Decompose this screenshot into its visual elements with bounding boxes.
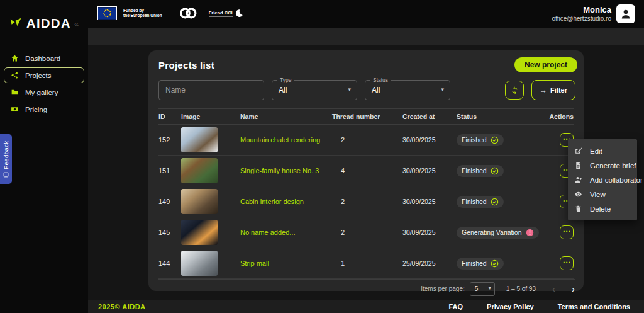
friend-cci-label: Friend CCI (209, 10, 233, 17)
pagination-range: 1 – 5 of 93 (506, 285, 536, 292)
person-icon (619, 8, 632, 20)
menu-item-edit[interactable]: Edit (568, 144, 637, 158)
page-title: Projects list (158, 60, 214, 71)
edit-icon (574, 147, 582, 155)
app-logo: AIDDA (10, 16, 71, 31)
previous-page-button[interactable]: ‹ (552, 284, 555, 293)
cci-rings-icon (177, 6, 199, 20)
cell-thread-number: 2 (332, 136, 402, 144)
cell-thread-number: 1 (332, 259, 402, 267)
project-thumbnail[interactable] (181, 158, 218, 183)
project-thumbnail[interactable] (181, 220, 218, 245)
menu-item-label: Add collaborator (590, 176, 643, 184)
project-name-link[interactable]: Single-family house No. 3 (240, 167, 319, 174)
view-icon (574, 190, 582, 198)
status-filter-select[interactable]: Status All ▾ (365, 80, 450, 100)
aidda-logo-icon (10, 18, 23, 30)
projects-icon (11, 71, 19, 79)
new-project-button[interactable]: New project (514, 57, 577, 72)
cell-created-at: 30/09/2025 (402, 167, 457, 174)
check-circle-icon (491, 198, 499, 206)
items-per-page-select[interactable]: 5 ▾ (470, 282, 495, 296)
user-avatar[interactable] (616, 4, 635, 23)
menu-item-label: Generate brief (590, 162, 636, 169)
footer-link-faq[interactable]: FAQ (448, 303, 463, 310)
refresh-icon (510, 86, 519, 95)
sidebar-nav: Dashboard Projects My gallery Pricing (4, 50, 84, 117)
row-actions-button[interactable]: ⋯ (560, 225, 574, 239)
add-collaborator-icon (574, 176, 582, 184)
user-name: Monica (552, 5, 611, 14)
feedback-tab[interactable]: Feedback (0, 134, 12, 184)
top-header-bar: Funded by the European Union Friend CCI … (0, 0, 644, 28)
table-row: 144 Strip mall 1 25/09/2025 Finished ⋯ (158, 248, 574, 279)
menu-item-view[interactable]: View (568, 187, 637, 202)
filter-button[interactable]: → Filter (531, 80, 575, 100)
cell-thread-number: 2 (332, 198, 402, 205)
gallery-icon (11, 88, 19, 96)
name-filter-input[interactable] (158, 80, 264, 100)
sidebar-collapse-icon[interactable]: « (74, 19, 79, 28)
row-actions-context-menu: Edit Generate brief Add collaborator Vie… (568, 139, 637, 220)
app-logo-text: AIDDA (26, 16, 71, 31)
status-label: Finished (462, 259, 487, 267)
table-row: 145 No name added... 2 30/09/2025 Genera… (158, 217, 574, 248)
feedback-icon (3, 172, 9, 178)
check-circle-icon (491, 167, 499, 175)
table-header-row: ID Image Name Thread number Created at S… (158, 108, 574, 125)
type-filter-label: Type (277, 77, 294, 83)
sidebar-item-projects[interactable]: Projects (4, 67, 84, 83)
project-thumbnail[interactable] (181, 251, 218, 276)
cell-created-at: 30/09/2025 (402, 136, 457, 144)
status-label: Finished (462, 136, 487, 144)
eu-flag-icon (97, 6, 117, 20)
pagination-bar: Items per page: 5 ▾ 1 – 5 of 93 ‹ › (158, 279, 575, 298)
cell-id: 149 (158, 198, 181, 205)
eu-funding-label: Funded by the European Union (123, 8, 162, 18)
friend-cci-badge: Friend CCI (209, 8, 243, 19)
type-filter-value: All (279, 86, 287, 94)
brief-icon (574, 161, 582, 169)
col-header-actions: Actions (543, 113, 574, 120)
refresh-button[interactable] (505, 81, 524, 100)
funding-badges: Funded by the European Union Friend CCI (97, 6, 243, 20)
footer-link-privacy-policy[interactable]: Privacy Policy (487, 303, 534, 310)
user-info: Monica office@hertzstudio.ro (552, 5, 611, 22)
chevron-down-icon: ▾ (441, 86, 444, 93)
project-thumbnail[interactable] (181, 189, 218, 214)
project-thumbnail[interactable] (181, 127, 218, 152)
menu-item-generate-brief[interactable]: Generate brief (568, 158, 637, 173)
cell-id: 145 (158, 229, 181, 236)
cell-created-at: 30/09/2025 (402, 198, 457, 205)
row-actions-button[interactable]: ⋯ (560, 256, 574, 270)
sidebar-item-label: Projects (25, 72, 52, 79)
menu-item-delete[interactable]: Delete (568, 202, 637, 216)
sidebar-item-label: Dashboard (25, 55, 60, 62)
status-badge: Finished (457, 258, 504, 270)
pricing-icon (11, 105, 19, 113)
menu-item-add-collaborator[interactable]: Add collaborator (568, 173, 637, 187)
menu-item-label: Delete (590, 205, 611, 213)
filters-row: Type All ▾ Status All ▾ → Filter (158, 79, 575, 101)
next-page-button[interactable]: › (572, 284, 575, 293)
footer-link-terms-and-conditions[interactable]: Terms and Conditions (558, 303, 630, 310)
delete-icon (574, 205, 582, 213)
chevron-down-icon: ▾ (348, 86, 351, 93)
project-name-link[interactable]: No name added... (240, 229, 295, 236)
cell-id: 151 (158, 167, 181, 174)
alert-circle-icon (526, 229, 534, 237)
project-name-link[interactable]: Cabin interior design (240, 198, 304, 205)
project-name-link[interactable]: Strip mall (240, 259, 269, 267)
chevron-down-icon: ▾ (489, 285, 491, 291)
sidebar-item-my-gallery[interactable]: My gallery (4, 84, 84, 100)
sidebar-item-label: My gallery (25, 89, 58, 96)
sidebar-item-label: Pricing (25, 106, 47, 113)
sidebar-item-dashboard[interactable]: Dashboard (4, 50, 84, 66)
sidebar-item-pricing[interactable]: Pricing (4, 101, 84, 117)
content-top-strip (88, 28, 644, 45)
project-name-link[interactable]: Mountain chalet rendering (240, 136, 320, 144)
filter-button-label: Filter (550, 86, 567, 94)
col-header-thread-number: Thread number (332, 113, 402, 120)
status-badge: Finished (457, 134, 504, 146)
type-filter-select[interactable]: Type All ▾ (272, 80, 357, 100)
